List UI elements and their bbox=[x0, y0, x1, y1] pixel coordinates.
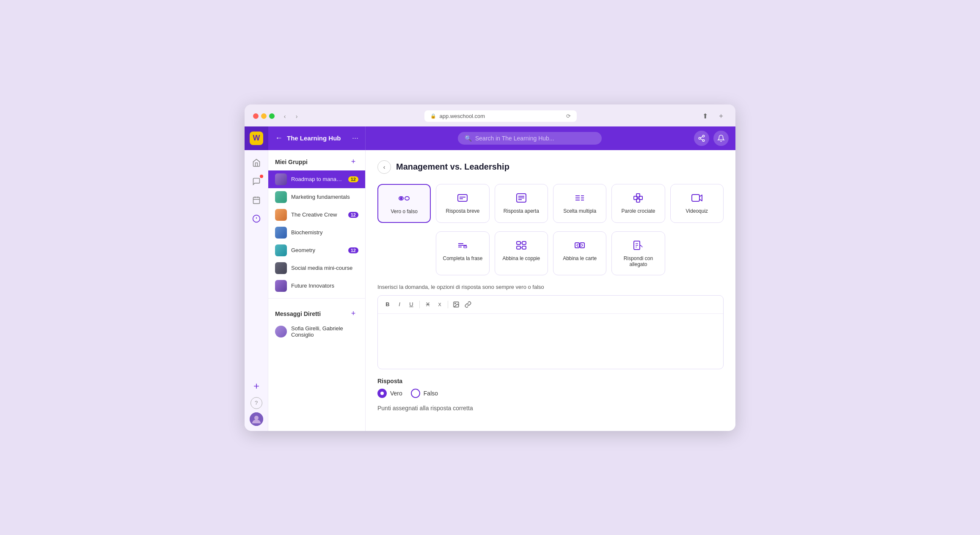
scelta-multipla-icon bbox=[574, 192, 586, 204]
toolbar-link-button[interactable] bbox=[462, 299, 473, 310]
home-sidebar-button[interactable] bbox=[249, 155, 264, 170]
question-editor[interactable] bbox=[378, 314, 723, 369]
maximize-traffic-light[interactable] bbox=[269, 113, 275, 119]
svg-rect-44 bbox=[522, 246, 526, 249]
header-brand: W bbox=[245, 126, 268, 150]
left-panel: Miei Gruppi + Roadmap to management 12 bbox=[268, 150, 366, 431]
vero-falso-icon bbox=[398, 192, 410, 204]
workspace-more-button[interactable]: ··· bbox=[352, 134, 358, 143]
content-back-button[interactable]: ‹ bbox=[377, 160, 391, 174]
group-item-future[interactable]: Future Innovators bbox=[268, 277, 365, 295]
card-abbina-carte[interactable]: Abbina le carte bbox=[553, 231, 606, 275]
search-icon: 🔍 bbox=[465, 135, 472, 142]
search-input[interactable] bbox=[475, 135, 595, 142]
card-label-vero-falso: Vero o falso bbox=[391, 209, 417, 214]
add-group-button[interactable]: + bbox=[348, 157, 358, 167]
dm-avatar-sofia bbox=[275, 326, 287, 337]
answer-option-falso[interactable]: Falso bbox=[411, 389, 438, 398]
chat-sidebar-button[interactable] bbox=[249, 174, 264, 189]
svg-rect-5 bbox=[253, 197, 259, 203]
add-sidebar-button[interactable] bbox=[249, 379, 264, 394]
question-types-row2: Completa la frase bbox=[377, 231, 724, 275]
group-item-social[interactable]: Social media mini-course bbox=[268, 259, 365, 277]
add-dm-button[interactable]: + bbox=[348, 309, 358, 319]
toolbar-strikethrough2-button[interactable]: X bbox=[434, 299, 445, 310]
answer-section: Risposta Vero Falso bbox=[377, 378, 724, 398]
group-item-geometry[interactable]: Geometry 12 bbox=[268, 241, 365, 259]
answer-option-vero[interactable]: Vero bbox=[377, 389, 402, 398]
radio-falso[interactable] bbox=[411, 389, 420, 398]
card-risposta-aperta[interactable]: Risposta aperta bbox=[495, 184, 548, 223]
brand-logo: W bbox=[250, 132, 263, 145]
draw-sidebar-button[interactable] bbox=[249, 211, 264, 226]
calendar-sidebar-button[interactable] bbox=[249, 192, 264, 208]
toolbar-italic-button[interactable]: I bbox=[394, 299, 405, 310]
group-item-biochemistry[interactable]: Biochemistry bbox=[268, 224, 365, 241]
toolbar-image-button[interactable] bbox=[451, 299, 462, 310]
editor-container: B I U X X bbox=[377, 295, 724, 369]
lock-icon: 🔒 bbox=[430, 113, 436, 119]
app-main: ? Miei Gruppi + bbox=[245, 150, 735, 431]
group-item-marketing[interactable]: Marketing fundamentals bbox=[268, 188, 365, 206]
card-label-abbina-coppie: Abbina le coppie bbox=[502, 255, 540, 261]
new-tab-button[interactable]: ＋ bbox=[715, 110, 727, 122]
workspace-back-icon[interactable]: ← bbox=[275, 134, 283, 143]
group-name-creative: The Creative Crew bbox=[291, 211, 344, 218]
group-thumbnail-social bbox=[275, 262, 287, 274]
group-item-roadmap[interactable]: Roadmap to management 12 bbox=[268, 170, 365, 188]
group-thumbnail-roadmap bbox=[275, 173, 287, 185]
card-scelta-multipla[interactable]: Scelta multipla bbox=[553, 184, 606, 223]
card-abbina-coppie[interactable]: Abbina le coppie bbox=[495, 231, 548, 275]
card-parole-crociate[interactable]: Parole crociate bbox=[611, 184, 665, 223]
refresh-icon[interactable]: ⟳ bbox=[566, 113, 571, 119]
svg-point-1 bbox=[699, 137, 701, 139]
address-bar[interactable]: 🔒 app.weschool.com ⟳ bbox=[424, 110, 577, 122]
minimize-traffic-light[interactable] bbox=[261, 113, 267, 119]
group-name-geometry: Geometry bbox=[291, 247, 344, 253]
card-videoquiz[interactable]: Videoquiz bbox=[670, 184, 724, 223]
answer-label-falso: Falso bbox=[424, 390, 438, 397]
app-container: W ← The Learning Hub ··· 🔍 bbox=[245, 126, 735, 431]
toolbar-strikethrough1-button[interactable]: X bbox=[422, 299, 433, 310]
risposta-aperta-icon bbox=[515, 192, 527, 204]
card-vero-falso[interactable]: Vero o falso bbox=[377, 184, 431, 223]
close-traffic-light[interactable] bbox=[253, 113, 259, 119]
card-label-videoquiz: Videoquiz bbox=[686, 208, 708, 214]
search-input-wrap: 🔍 bbox=[458, 132, 602, 145]
svg-point-2 bbox=[702, 140, 705, 142]
card-completa-frase[interactable]: Completa la frase bbox=[436, 231, 489, 275]
forward-nav-button[interactable]: › bbox=[292, 111, 302, 121]
card-rispondi-allegato[interactable]: Rispondi con allegato bbox=[611, 231, 665, 275]
svg-line-4 bbox=[700, 136, 702, 137]
svg-point-15 bbox=[254, 416, 259, 420]
browser-actions: ⬆ ＋ bbox=[699, 110, 727, 122]
help-button[interactable]: ? bbox=[251, 397, 262, 409]
group-badge-geometry: 12 bbox=[348, 247, 358, 253]
address-bar-wrap: 🔒 app.weschool.com ⟳ bbox=[307, 110, 694, 122]
notifications-button[interactable] bbox=[713, 131, 729, 146]
card-label-scelta-multipla: Scelta multipla bbox=[563, 208, 596, 214]
radio-vero[interactable] bbox=[377, 389, 387, 398]
share-header-button[interactable] bbox=[694, 131, 709, 146]
answer-options: Vero Falso bbox=[377, 389, 724, 398]
toolbar-underline-button[interactable]: U bbox=[406, 299, 417, 310]
svg-rect-43 bbox=[522, 241, 526, 244]
completa-frase-icon bbox=[457, 239, 468, 251]
workspace-name: The Learning Hub bbox=[287, 134, 348, 142]
card-label-completa-frase: Completa la frase bbox=[443, 255, 482, 261]
content-header: ‹ Management vs. Leadership bbox=[377, 160, 724, 174]
svg-rect-18 bbox=[405, 197, 409, 200]
row2-spacer-1 bbox=[377, 231, 431, 275]
toolbar-separator-1 bbox=[419, 301, 420, 308]
card-risposta-breve[interactable]: Risposta breve bbox=[436, 184, 489, 223]
toolbar-bold-button[interactable]: B bbox=[382, 299, 393, 310]
svg-point-17 bbox=[400, 197, 402, 200]
card-label-risposta-aperta: Risposta aperta bbox=[504, 208, 539, 214]
back-nav-button[interactable]: ‹ bbox=[280, 111, 290, 121]
dm-item-sofia[interactable]: Sofia Girelli, Gabriele Consiglio bbox=[268, 322, 365, 341]
share-button[interactable]: ⬆ bbox=[699, 110, 711, 122]
group-item-creative[interactable]: The Creative Crew 12 bbox=[268, 206, 365, 224]
user-avatar[interactable] bbox=[250, 412, 263, 426]
group-name-social: Social media mini-course bbox=[291, 265, 358, 271]
card-label-rispondi-allegato: Rispondi con allegato bbox=[617, 255, 659, 267]
